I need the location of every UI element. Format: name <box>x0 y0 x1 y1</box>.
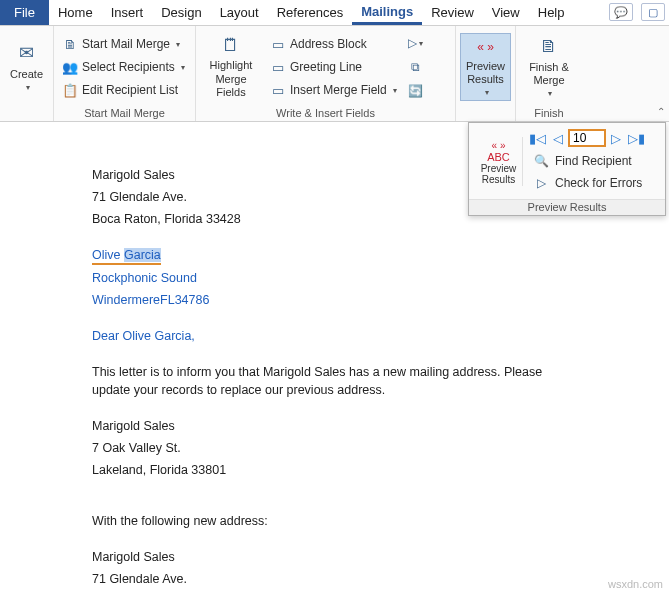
finish-merge-button[interactable]: 🗎 Finish & Merge▾ <box>520 33 578 101</box>
group-label-finish: Finish <box>520 106 578 121</box>
search-icon: 🔍 <box>533 153 549 169</box>
tab-insert[interactable]: Insert <box>102 0 153 25</box>
highlight-merge-fields-button[interactable]: 🗒 Highlight Merge Fields <box>200 33 262 101</box>
watermark: wsxdn.com <box>608 578 663 590</box>
group-label-preview: Preview Results <box>469 199 665 215</box>
abc-icon: ABC <box>487 151 510 163</box>
group-label-write: Write & Insert Fields <box>200 106 451 121</box>
update-labels-button[interactable]: 🔄 <box>406 81 426 101</box>
check-icon: ▷ <box>533 175 549 191</box>
merge-address: WindermereFL34786 <box>92 291 580 309</box>
create-label: Create <box>10 68 43 81</box>
greeting-line: Dear Olive Garcia, <box>92 327 580 345</box>
collapse-ribbon-button[interactable]: ⌃ <box>657 106 665 117</box>
edit-recipient-list-button[interactable]: 📋 Edit Recipient List <box>58 79 189 101</box>
recipients-icon: 👥 <box>62 59 78 75</box>
next-record-button[interactable]: ▷ <box>609 131 623 146</box>
old-addr-1: Marigold Sales <box>92 417 580 435</box>
preview-arrows-icon: « » <box>492 140 506 151</box>
envelope-icon: ✉ <box>15 42 39 66</box>
new-addr-3: Boca Raton, Florida 33428 <box>92 592 580 596</box>
new-addr-2: 71 Glendale Ave. <box>92 570 580 588</box>
address-block-button[interactable]: ▭ Address Block <box>266 33 401 55</box>
tab-layout[interactable]: Layout <box>211 0 268 25</box>
body-paragraph: This letter is to inform you that Marigo… <box>92 363 580 399</box>
ribbon: ✉ Create ▾ 🗎 Start Mail Merge▾ 👥 Select … <box>0 26 669 122</box>
rules-button[interactable]: ▷▾ <box>406 33 426 53</box>
prev-record-button[interactable]: ◁ <box>551 131 565 146</box>
start-mail-merge-button[interactable]: 🗎 Start Mail Merge▾ <box>58 33 189 55</box>
address-block-icon: ▭ <box>270 36 286 52</box>
first-record-button[interactable]: ▮◁ <box>527 131 548 146</box>
greeting-line-button[interactable]: ▭ Greeting Line <box>266 56 401 78</box>
merge-company: Rockphonic Sound <box>92 269 580 287</box>
last-record-button[interactable]: ▷▮ <box>626 131 647 146</box>
following-line: With the following new address: <box>92 512 580 530</box>
menubar: File Home Insert Design Layout Reference… <box>0 0 669 26</box>
chevron-down-icon: ▾ <box>26 83 30 93</box>
file-tab[interactable]: File <box>0 0 49 25</box>
old-addr-2: 7 Oak Valley St. <box>92 439 580 457</box>
tab-review[interactable]: Review <box>422 0 483 25</box>
find-recipient-button[interactable]: 🔍 Find Recipient <box>527 151 659 173</box>
old-addr-3: Lakeland, Florida 33801 <box>92 461 580 479</box>
preview-results-button[interactable]: « » Preview Results▾ <box>460 33 511 101</box>
new-addr-1: Marigold Sales <box>92 548 580 566</box>
comments-button[interactable]: 💬 <box>609 3 633 21</box>
tab-mailings[interactable]: Mailings <box>352 0 422 25</box>
preview-results-panel: « » ABC Preview Results ▮◁ ◁ ▷ ▷▮ 🔍 Find… <box>468 122 666 216</box>
tab-references[interactable]: References <box>268 0 352 25</box>
share-button[interactable]: ▢ <box>641 3 665 21</box>
create-button[interactable]: ✉ Create ▾ <box>4 33 49 101</box>
merge-name-line: Olive Garcia <box>92 246 580 264</box>
tab-home[interactable]: Home <box>49 0 102 25</box>
group-label-create <box>4 106 49 121</box>
highlight-icon: 🗒 <box>219 35 243 57</box>
preview-results-toggle[interactable]: « » ABC Preview Results <box>475 137 523 186</box>
select-recipients-button[interactable]: 👥 Select Recipients▾ <box>58 56 189 78</box>
tab-help[interactable]: Help <box>529 0 574 25</box>
match-fields-button[interactable]: ⧉ <box>406 57 426 77</box>
record-number-input[interactable] <box>568 129 606 147</box>
insert-merge-field-button[interactable]: ▭ Insert Merge Field▾ <box>266 79 401 101</box>
finish-icon: 🗎 <box>537 35 561 59</box>
mailmerge-icon: 🗎 <box>62 36 78 52</box>
preview-icon: « » <box>474 36 498 58</box>
tab-design[interactable]: Design <box>152 0 210 25</box>
edit-list-icon: 📋 <box>62 82 78 98</box>
tab-view[interactable]: View <box>483 0 529 25</box>
group-label-startmm: Start Mail Merge <box>58 106 191 121</box>
greeting-icon: ▭ <box>270 59 286 75</box>
check-errors-button[interactable]: ▷ Check for Errors <box>527 173 659 195</box>
insert-field-icon: ▭ <box>270 82 286 98</box>
